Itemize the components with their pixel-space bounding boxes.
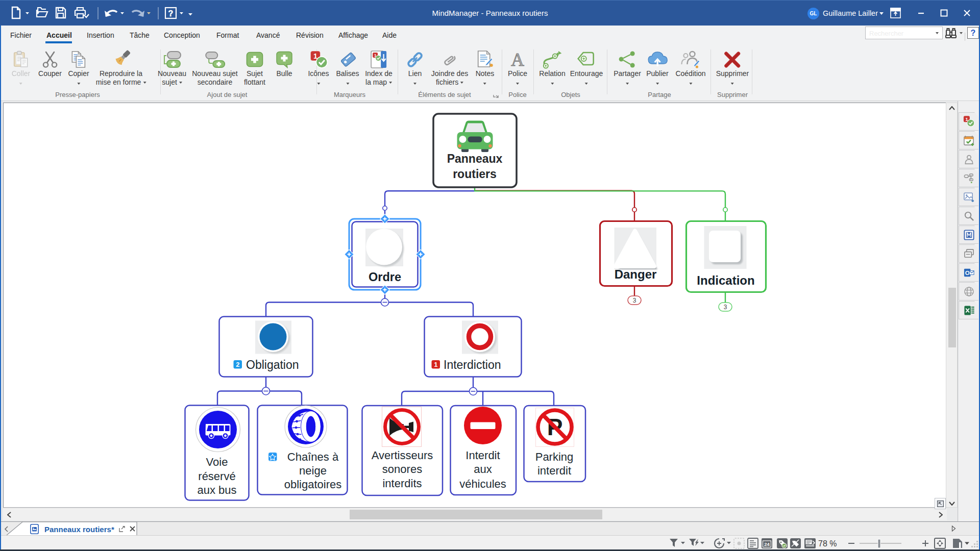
svg-text:2: 2 [236, 361, 239, 368]
svg-text:A: A [511, 50, 524, 69]
svg-text:Interdit: Interdit [465, 449, 500, 462]
svg-text:O: O [965, 269, 969, 276]
svg-text:sonores: sonores [382, 463, 422, 475]
svg-text:Avertisseurs: Avertisseurs [372, 449, 433, 462]
svg-text:neige: neige [299, 464, 327, 477]
svg-text:78 %: 78 % [818, 539, 837, 548]
svg-text:Panneaux: Panneaux [447, 152, 503, 165]
svg-text:interdits: interdits [382, 477, 422, 490]
svg-text:Indication: Indication [697, 273, 754, 287]
svg-text:Chaînes à: Chaînes à [287, 450, 339, 463]
svg-text:réservé: réservé [198, 470, 235, 483]
svg-text:aux: aux [474, 463, 492, 475]
svg-text:1: 1 [434, 361, 437, 368]
svg-text:obligatoires: obligatoires [284, 478, 342, 491]
svg-text:Obligation: Obligation [246, 358, 299, 371]
svg-text:3: 3 [724, 304, 727, 311]
svg-text:24: 24 [764, 541, 770, 547]
svg-text:3: 3 [633, 297, 636, 304]
svg-text:Ordre: Ordre [369, 270, 401, 284]
svg-text:Interdiction: Interdiction [444, 358, 501, 371]
svg-text:routiers: routiers [453, 167, 497, 181]
svg-text:véhicules: véhicules [459, 478, 506, 490]
svg-text:Parking: Parking [535, 450, 574, 463]
svg-text:interdit: interdit [537, 464, 571, 477]
svg-text:aux bus: aux bus [197, 484, 236, 496]
svg-text:Danger: Danger [615, 267, 657, 281]
svg-text:Voie: Voie [206, 456, 228, 468]
